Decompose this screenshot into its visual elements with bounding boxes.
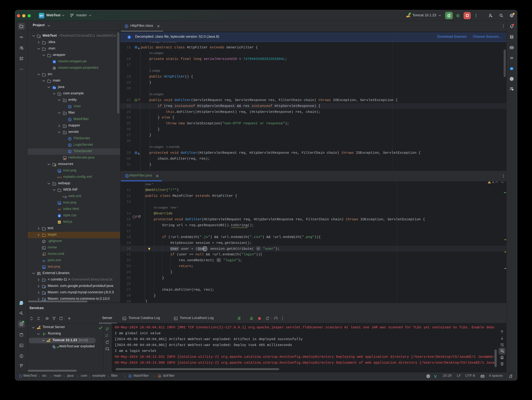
- svg-text:JS: JS: [58, 221, 61, 224]
- svg-text:C: C: [69, 119, 71, 121]
- svg-text:?: ?: [22, 48, 23, 50]
- svg-text:<>: <>: [58, 208, 61, 211]
- svg-text:m: m: [510, 56, 513, 60]
- svg-text:S: S: [59, 215, 60, 217]
- svg-text:C: C: [69, 106, 71, 108]
- svg-text:m: m: [159, 375, 161, 377]
- svg-text:C: C: [130, 375, 131, 377]
- svg-text:C: C: [69, 144, 71, 146]
- svg-text:C: C: [69, 138, 71, 140]
- svg-text:C: C: [126, 175, 128, 177]
- svg-text:</>: </>: [57, 176, 62, 179]
- svg-text:m: m: [43, 259, 45, 262]
- svg-text:C: C: [126, 25, 127, 27]
- svg-text:C: C: [69, 150, 71, 153]
